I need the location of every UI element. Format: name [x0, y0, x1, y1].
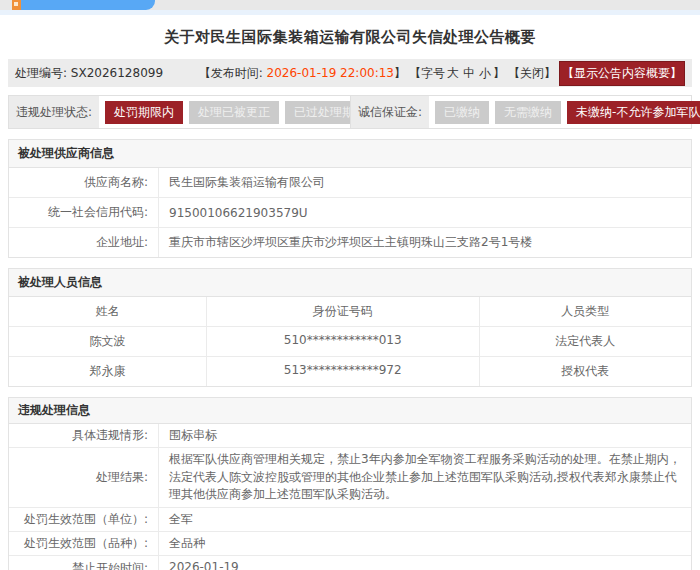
column-header-id-number: 身份证号码	[207, 297, 480, 326]
announcement-page: 关于对民生国际集装箱运输有限公司失信处理公告概要 处理编号: SX2026128…	[8, 28, 692, 570]
company-address-value: 重庆市市辖区沙坪坝区重庆市沙坪坝区土主镇明珠山三支路2号1号楼	[159, 228, 691, 257]
browser-tab[interactable]	[12, 0, 155, 10]
status-badge-unpaid-banned: 未缴纳-不允许参加军队采购活动	[567, 101, 700, 124]
show-announcement-summary-button[interactable]: 【显示公告内容概要】	[559, 61, 685, 86]
row-label: 企业地址:	[9, 228, 159, 257]
row-label: 供应商名称:	[9, 168, 159, 197]
publish-time-value: 2026-01-19 22:00:13	[267, 66, 394, 80]
table-row: 郑永康 513************972 授权代表	[9, 357, 691, 386]
announcement-header-bar: 处理编号: SX2026128099 【发布时间: 2026-01-19 22:…	[8, 59, 692, 87]
table-row: 禁止开始时间: 2026-01-19	[9, 556, 691, 570]
process-number-label: 处理编号:	[15, 66, 71, 80]
person-name: 郑永康	[9, 357, 207, 386]
status-badge-paid: 已缴纳	[435, 101, 489, 124]
row-label: 处理结果:	[9, 448, 159, 506]
row-label: 处罚生效范围（单位）:	[9, 508, 159, 531]
process-number-value: SX2026128099	[71, 66, 163, 80]
deposit-status-group: 诚信保证金: 已缴纳 无需缴纳 未缴纳-不允许参加军队采购活动	[350, 96, 691, 128]
page-title: 关于对民生国际集装箱运输有限公司失信处理公告概要	[8, 28, 692, 47]
browser-tab-bar	[0, 0, 700, 10]
row-label: 统一社会信用代码:	[9, 198, 159, 227]
person-id-number: 510************013	[207, 327, 480, 356]
person-name: 陈文波	[9, 327, 207, 356]
font-size-suffix: 】	[493, 66, 505, 80]
persons-section-title: 被处理人员信息	[9, 269, 691, 297]
person-type: 法定代表人	[480, 327, 691, 356]
status-badge-corrected: 处理已被更正	[189, 101, 279, 124]
ban-start-date-value: 2026-01-19	[159, 556, 691, 570]
process-number: 处理编号: SX2026128099	[15, 65, 163, 82]
person-type: 授权代表	[480, 357, 691, 386]
supplier-info-section: 被处理供应商信息 供应商名称: 民生国际集装箱运输有限公司 统一社会信用代码: …	[8, 139, 692, 258]
status-bar: 违规处理状态: 处罚期限内 处理已被更正 已过处理期限 诚信保证金: 已缴纳 无…	[8, 95, 692, 129]
font-size-medium[interactable]: 中	[463, 66, 475, 80]
violation-section-title: 违规处理信息	[9, 398, 691, 424]
font-size-large[interactable]: 大	[447, 66, 459, 80]
violation-type-value: 围标串标	[159, 424, 691, 447]
deposit-status-label: 诚信保证金:	[351, 96, 429, 128]
site-favicon-icon	[12, 0, 21, 10]
column-header-name: 姓名	[9, 297, 207, 326]
violation-status-label: 违规处理状态:	[9, 96, 99, 128]
table-row: 供应商名称: 民生国际集装箱运输有限公司	[9, 168, 691, 198]
header-actions: 【发布时间: 2026-01-19 22:00:13】 【字号大中小】 【关闭】…	[196, 61, 685, 86]
status-badge-not-required: 无需缴纳	[495, 101, 561, 124]
penalty-scope-category-value: 全品种	[159, 532, 691, 555]
table-row: 处罚生效范围（品种）: 全品种	[9, 532, 691, 556]
close-button[interactable]: 【关闭】	[508, 65, 556, 82]
violation-status-group: 违规处理状态: 处罚期限内 处理已被更正 已过处理期限	[9, 96, 350, 128]
table-row: 企业地址: 重庆市市辖区沙坪坝区重庆市沙坪坝区土主镇明珠山三支路2号1号楼	[9, 228, 691, 257]
supplier-name-value: 民生国际集装箱运输有限公司	[159, 168, 691, 197]
persons-header-row: 姓名 身份证号码 人员类型	[9, 297, 691, 327]
supplier-section-title: 被处理供应商信息	[9, 140, 691, 168]
table-row: 处罚生效范围（单位）: 全军	[9, 508, 691, 532]
violation-info-section: 违规处理信息 具体违规情形: 围标串标 处理结果: 根据军队供应商管理相关规定，…	[8, 397, 692, 570]
row-label: 处罚生效范围（品种）:	[9, 532, 159, 555]
font-size-label: 【字号	[409, 66, 445, 80]
table-row: 陈文波 510************013 法定代表人	[9, 327, 691, 357]
publish-time-prefix: 【发布时间:	[199, 66, 267, 80]
browser-toolbar-edge	[0, 10, 700, 15]
credit-code-value: 91500106621903579U	[159, 198, 691, 227]
processing-result-value: 根据军队供应商管理相关规定，禁止3年内参加全军物资工程服务采购活动的处理。在禁止…	[159, 448, 691, 506]
font-size-small[interactable]: 小	[479, 66, 491, 80]
status-badge-within-penalty-period: 处罚期限内	[105, 101, 183, 124]
publish-time: 【发布时间: 2026-01-19 22:00:13】	[199, 65, 406, 82]
penalty-scope-unit-value: 全军	[159, 508, 691, 531]
publish-time-suffix: 】	[394, 66, 406, 80]
table-row: 具体违规情形: 围标串标	[9, 424, 691, 448]
column-header-person-type: 人员类型	[480, 297, 691, 326]
row-label: 禁止开始时间:	[9, 556, 159, 570]
person-id-number: 513************972	[207, 357, 480, 386]
font-size-control: 【字号大中小】	[409, 65, 505, 82]
row-label: 具体违规情形:	[9, 424, 159, 447]
table-row: 统一社会信用代码: 91500106621903579U	[9, 198, 691, 228]
persons-info-section: 被处理人员信息 姓名 身份证号码 人员类型 陈文波 510***********…	[8, 268, 692, 387]
table-row: 处理结果: 根据军队供应商管理相关规定，禁止3年内参加全军物资工程服务采购活动的…	[9, 448, 691, 507]
